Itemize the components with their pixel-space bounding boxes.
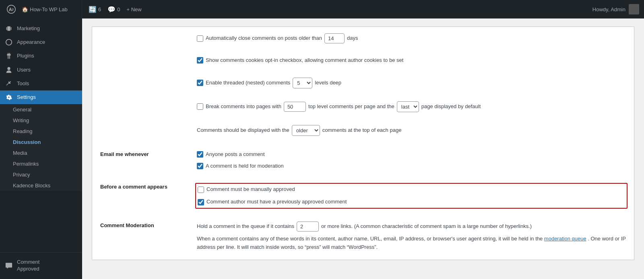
- sidebar-item-users[interactable]: Users: [0, 63, 82, 77]
- before-comment-highlighted: Comment must be manually approved Commen…: [195, 183, 627, 209]
- before-comment-row: Before a comment appears Comment must be…: [92, 178, 634, 213]
- submenu-item-media[interactable]: Media: [0, 148, 82, 158]
- display-order-select[interactable]: newerolder: [292, 125, 320, 136]
- break-pages-label: [100, 101, 189, 102]
- threaded-label: [100, 78, 189, 78]
- sidebar-item-marketing[interactable]: Marketing: [0, 22, 82, 35]
- submenu-item-kadence-blocks[interactable]: Kadence Blocks: [0, 180, 82, 191]
- wp-logo[interactable]: [5, 3, 18, 16]
- break-pages-row: Break comments into pages with top level…: [92, 95, 634, 119]
- moderation-content: Hold a comment in the queue if it contai…: [197, 222, 626, 252]
- display-order-row: Comments should be displayed with the ne…: [92, 119, 634, 142]
- threaded-depth-select[interactable]: 12345 678910: [293, 78, 312, 88]
- auto-close-content: Automatically close comments on posts ol…: [197, 33, 626, 43]
- howdy-text: Howdy, Admin: [592, 6, 625, 12]
- anyone-posts-checkbox[interactable]: [197, 151, 203, 158]
- sidebar-item-settings[interactable]: Settings: [0, 90, 82, 104]
- email-row: Email me whenever Anyone posts a comment…: [92, 142, 634, 178]
- settings-icon: [5, 94, 13, 101]
- sidebar-nav: Marketing Appearance Plugins Users: [0, 18, 82, 252]
- moderation-label: Comment Moderation: [100, 222, 189, 228]
- cookies-label: [100, 56, 189, 57]
- home-icon: 🏠: [22, 6, 28, 12]
- cookies-row: Show comments cookies opt-in checkbox, a…: [92, 50, 634, 71]
- email-content: Anyone posts a comment A comment is held…: [197, 150, 626, 170]
- plugins-icon: [5, 52, 13, 59]
- auto-close-label: [100, 33, 189, 34]
- sidebar-item-appearance[interactable]: Appearance: [0, 35, 82, 49]
- sidebar-item-plugins[interactable]: Plugins: [0, 49, 82, 63]
- comments-link[interactable]: 💬 0: [107, 6, 120, 13]
- settings-submenu: General Writing Reading Discussion Media…: [0, 104, 82, 191]
- cookies-content: Show comments cookies opt-in checkbox, a…: [197, 56, 626, 65]
- main-content: Automatically close comments on posts ol…: [82, 18, 644, 279]
- moderation-links-input[interactable]: [297, 222, 319, 232]
- auto-close-checkbox[interactable]: [197, 35, 203, 42]
- moderation-row: Comment Moderation Hold a comment in the…: [92, 213, 634, 260]
- submenu-item-permalinks[interactable]: Permalinks: [0, 158, 82, 169]
- break-pages-order-select[interactable]: firstlast: [397, 101, 419, 112]
- updates-link[interactable]: 🔄 6: [89, 6, 101, 13]
- comment-approved-icon: [5, 262, 13, 269]
- admin-bar: 🏠 How-To WP Lab 🔄 6 💬 0 + New Howdy, Adm…: [0, 0, 644, 18]
- threaded-content: Enable threaded (nested) comments 12345 …: [197, 78, 626, 88]
- megaphone-icon: [5, 25, 13, 32]
- admin-bar-center: 🔄 6 💬 0 + New: [82, 6, 644, 13]
- email-label: Email me whenever: [100, 150, 189, 157]
- admin-avatar[interactable]: [629, 4, 639, 14]
- break-pages-content: Break comments into pages with top level…: [197, 101, 626, 112]
- display-order-content: Comments should be displayed with the ne…: [197, 125, 626, 136]
- comments-icon: 💬: [107, 6, 116, 13]
- submenu-item-general[interactable]: General: [0, 104, 82, 115]
- submenu-item-writing[interactable]: Writing: [0, 115, 82, 126]
- users-icon: [5, 66, 13, 74]
- sidebar: Marketing Appearance Plugins Users: [0, 18, 82, 279]
- appearance-icon: [5, 39, 13, 46]
- auto-close-days-input[interactable]: [324, 33, 345, 43]
- before-comment-label: Before a comment appears: [100, 183, 189, 190]
- cookies-checkbox[interactable]: [197, 57, 203, 64]
- admin-bar-logo-section: 🏠 How-To WP Lab: [0, 0, 82, 18]
- manually-approved-checkbox[interactable]: [198, 187, 204, 193]
- admin-bar-right: Howdy, Admin: [588, 0, 644, 18]
- moderation-queue-link[interactable]: moderation queue: [544, 236, 586, 242]
- submenu-item-discussion[interactable]: Discussion: [0, 137, 82, 148]
- sidebar-item-comment-approved[interactable]: CommentApproved: [0, 256, 82, 276]
- submenu-item-reading[interactable]: Reading: [0, 126, 82, 137]
- new-content-link[interactable]: + New: [126, 6, 141, 12]
- held-moderation-checkbox[interactable]: [197, 163, 203, 169]
- before-comment-content: Comment must be manually approved Commen…: [197, 183, 626, 209]
- threaded-row: Enable threaded (nested) comments 12345 …: [92, 71, 634, 95]
- break-pages-checkbox[interactable]: [197, 103, 203, 110]
- auto-close-row: Automatically close comments on posts ol…: [92, 27, 634, 50]
- break-pages-count-input[interactable]: [284, 102, 306, 112]
- tools-icon: [5, 80, 13, 87]
- previously-approved-checkbox[interactable]: [198, 199, 204, 205]
- site-name-link[interactable]: 🏠 How-To WP Lab: [22, 6, 68, 12]
- sidebar-item-tools[interactable]: Tools: [0, 77, 82, 90]
- updates-icon: 🔄: [89, 6, 97, 13]
- threaded-checkbox[interactable]: [197, 80, 203, 86]
- display-order-label: [100, 125, 189, 126]
- submenu-item-privacy[interactable]: Privacy: [0, 169, 82, 180]
